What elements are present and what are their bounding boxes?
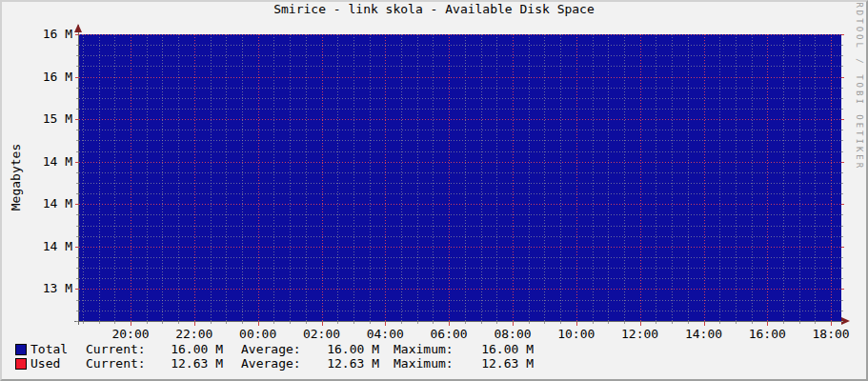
y-tick-minor [76, 109, 78, 110]
x-tick-major [831, 322, 832, 326]
legend-swatch-total-icon [15, 344, 27, 355]
x-tick-major [385, 322, 386, 326]
legend-average-value: 12.63 M [300, 356, 379, 371]
legend-current-label: Current: [86, 356, 146, 371]
x-tick-minor [226, 322, 227, 324]
x-tick-major [576, 322, 577, 326]
x-tick-major [131, 322, 131, 326]
gridline-horizontal-minor [79, 66, 841, 67]
y-tick-minor [76, 321, 78, 322]
gridline-horizontal-minor [79, 109, 841, 110]
y-tick-minor [76, 278, 78, 279]
x-axis-tick-label: 12:00 [616, 327, 665, 341]
y-tick-minor [76, 183, 78, 184]
x-tick-minor [688, 322, 689, 324]
y-tick-minor [841, 140, 843, 141]
gridline-horizontal-minor [79, 45, 841, 46]
y-tick-minor [841, 98, 843, 99]
x-tick-minor [783, 322, 784, 324]
gridline-horizontal-minor [79, 98, 841, 99]
legend-current-value: 16.00 M [141, 342, 223, 356]
x-tick-major [767, 322, 768, 326]
x-tick-minor [353, 322, 354, 324]
x-tick-minor [401, 322, 402, 324]
y-tick-minor [841, 300, 843, 301]
x-tick-minor [337, 322, 338, 324]
y-tick-minor [841, 278, 843, 279]
x-tick-minor [162, 322, 163, 324]
gridline-horizontal-major [79, 289, 841, 290]
y-axis-tick-label: 16 M [29, 70, 72, 84]
y-tick-minor [841, 55, 843, 56]
legend-series-name: Used [30, 356, 60, 371]
y-tick-major [75, 289, 78, 290]
y-axis-tick-label: 14 M [29, 155, 72, 169]
x-tick-major [194, 322, 195, 326]
y-tick-minor [76, 151, 78, 152]
y-tick-minor [841, 88, 843, 89]
y-tick-minor [76, 214, 78, 215]
x-tick-minor [593, 322, 594, 324]
x-tick-minor [211, 322, 212, 324]
legend-maximum-label: Maximum: [394, 342, 454, 356]
y-tick-major [75, 77, 78, 78]
gridline-horizontal-minor [79, 88, 841, 89]
y-tick-minor [841, 214, 843, 215]
x-tick-major [449, 322, 450, 326]
x-tick-minor [114, 322, 115, 324]
legend-row-used: UsedCurrent:12.63 MAverage:12.63 MMaximu… [2, 356, 866, 371]
x-tick-minor [290, 322, 291, 324]
x-axis-tick-label: 02:00 [297, 327, 347, 341]
gridline-horizontal-minor [79, 278, 841, 279]
y-tick-minor [76, 55, 78, 56]
x-tick-major [704, 322, 705, 326]
gridline-horizontal-major [79, 247, 841, 248]
gridline-horizontal-major [79, 204, 841, 205]
x-tick-minor [544, 322, 545, 324]
x-tick-minor [496, 322, 497, 324]
gridline-horizontal-minor [79, 172, 841, 173]
legend-swatch-used-icon [15, 358, 27, 370]
legend-maximum-value: 12.63 M [453, 356, 534, 371]
y-tick-minor [841, 257, 843, 258]
y-tick-minor [841, 268, 843, 269]
x-tick-minor [736, 322, 737, 324]
plot-area [79, 34, 841, 321]
y-tick-major [75, 119, 78, 120]
y-tick-minor [841, 183, 843, 184]
y-tick-minor [841, 172, 843, 173]
legend-average-label: Average: [241, 356, 301, 371]
x-tick-minor [99, 322, 100, 324]
y-axis-tick-label: 16 M [29, 28, 72, 41]
rrdtool-graph: Smirice - link skola - Available Disk Sp… [0, 0, 868, 381]
y-tick-minor [76, 88, 78, 89]
gridline-horizontal-minor [79, 236, 841, 237]
x-tick-major [513, 322, 514, 326]
y-tick-minor [76, 45, 78, 46]
legend-average-value: 16.00 M [300, 342, 379, 356]
x-tick-minor [481, 322, 482, 324]
y-tick-minor [76, 226, 78, 227]
y-tick-minor [841, 109, 843, 110]
x-tick-minor [147, 322, 148, 324]
y-tick-major [841, 77, 844, 78]
x-axis-tick-label: 16:00 [742, 327, 792, 341]
y-tick-minor [76, 98, 78, 99]
y-axis-tick-label: 14 M [29, 240, 72, 253]
x-tick-minor [656, 322, 656, 324]
x-tick-minor [465, 322, 466, 324]
y-tick-minor [841, 130, 843, 130]
gridline-horizontal-minor [79, 183, 841, 184]
x-tick-minor [560, 322, 561, 324]
x-tick-minor [719, 322, 720, 324]
x-tick-minor [624, 322, 625, 324]
x-axis-tick-label: 10:00 [552, 327, 601, 341]
legend-series-name: Total [30, 342, 68, 356]
gridline-horizontal-minor [79, 193, 841, 194]
y-tick-minor [76, 193, 78, 194]
y-tick-minor [841, 236, 843, 237]
y-tick-minor [76, 257, 78, 258]
x-axis-tick-label: 22:00 [170, 327, 219, 341]
x-tick-minor [815, 322, 816, 324]
gridline-horizontal-minor [79, 151, 841, 152]
